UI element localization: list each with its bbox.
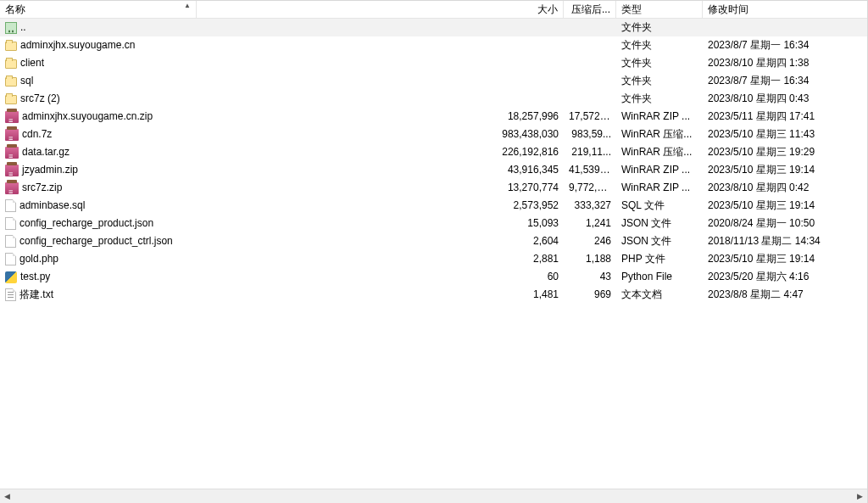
file-icon (5, 199, 16, 212)
cell-modified: 2023/8/10 星期四 1:38 (703, 54, 867, 72)
horizontal-scrollbar[interactable]: ◀ ▶ (0, 489, 867, 503)
file-row[interactable]: adminxjhx.suyougame.cn.zip18,257,99617,5… (0, 108, 867, 126)
file-row[interactable]: sql文件夹2023/8/7 星期一 16:34 (0, 72, 867, 90)
file-name-label: .. (20, 19, 26, 36)
cell-packed: 983,59... (564, 126, 616, 143)
cell-packed: 219,11... (564, 143, 616, 161)
cell-name: test.py (0, 268, 197, 286)
sort-indicator-icon: ▲ (184, 2, 191, 9)
file-name-label: adminxjhx.suyougame.cn.zip (22, 108, 153, 126)
file-rows-container: ..文件夹adminxjhx.suyougame.cn文件夹2023/8/7 星… (0, 19, 867, 489)
scroll-left-button[interactable]: ◀ (0, 489, 14, 503)
file-name-label: adminbase.sql (19, 197, 85, 215)
column-header-modified[interactable]: 修改时间 (703, 1, 867, 18)
cell-type: 文件夹 (616, 72, 703, 90)
file-row[interactable]: adminxjhx.suyougame.cn文件夹2023/8/7 星期一 16… (0, 36, 867, 54)
cell-modified: 2020/8/24 星期一 10:50 (703, 215, 867, 232)
file-icon (5, 253, 16, 265)
cell-packed: 333,327 (564, 197, 616, 215)
file-row[interactable]: config_recharge_product_ctrl.json2,60424… (0, 232, 867, 250)
cell-packed: 41,539,... (564, 161, 616, 179)
column-header-type-label: 类型 (621, 3, 642, 17)
file-name-label: src7z.zip (22, 179, 62, 197)
cell-type: WinRAR ZIP ... (616, 161, 703, 179)
file-name-label: sql (20, 72, 33, 90)
file-name-label: 搭建.txt (19, 286, 53, 304)
file-name-label: src7z (2) (20, 90, 60, 108)
cell-modified: 2023/8/10 星期四 0:43 (703, 90, 867, 108)
cell-name: config_recharge_product_ctrl.json (0, 232, 197, 250)
file-name-label: config_recharge_product.json (19, 215, 153, 232)
column-header-size[interactable]: 大小 (496, 1, 564, 18)
cell-type: JSON 文件 (616, 215, 703, 232)
cell-name: jzyadmin.zip (0, 161, 197, 179)
cell-name: 搭建.txt (0, 286, 197, 304)
cell-packed: 9,772,2... (564, 179, 616, 197)
cell-type: WinRAR ZIP ... (616, 179, 703, 197)
file-row[interactable]: config_recharge_product.json15,0931,241J… (0, 215, 867, 232)
cell-size: 226,192,816 (496, 143, 564, 161)
cell-modified: 2018/11/13 星期二 14:34 (703, 232, 867, 250)
cell-size: 18,257,996 (496, 108, 564, 126)
cell-type: SQL 文件 (616, 197, 703, 215)
column-header-name-label: 名称 (5, 3, 25, 17)
cell-modified: 2023/5/10 星期三 11:43 (703, 126, 867, 143)
cell-name: .. (0, 19, 197, 36)
archive-icon (5, 182, 19, 194)
file-row[interactable]: gold.php2,8811,188PHP 文件2023/5/10 星期三 19… (0, 250, 867, 268)
cell-modified: 2023/8/7 星期一 16:34 (703, 36, 867, 54)
cell-name: adminbase.sql (0, 197, 197, 215)
archive-icon (5, 147, 19, 159)
cell-name: data.tar.gz (0, 143, 197, 161)
folder-icon (5, 77, 17, 87)
scroll-track[interactable] (14, 489, 853, 503)
cell-size: 1,481 (496, 286, 564, 304)
file-row[interactable]: adminbase.sql2,573,952333,327SQL 文件2023/… (0, 197, 867, 215)
column-header-name[interactable]: 名称 ▲ (0, 1, 197, 18)
cell-modified: 2023/5/10 星期三 19:14 (703, 161, 867, 179)
file-row[interactable]: src7z (2)文件夹2023/8/10 星期四 0:43 (0, 90, 867, 108)
file-row[interactable]: ..文件夹 (0, 19, 867, 36)
file-name-label: test.py (20, 268, 50, 286)
cell-type: WinRAR ZIP ... (616, 108, 703, 126)
cell-name: client (0, 54, 197, 72)
cell-type: 文件夹 (616, 90, 703, 108)
cell-type: 文件夹 (616, 54, 703, 72)
cell-type: PHP 文件 (616, 250, 703, 268)
cell-modified: 2023/5/11 星期四 17:41 (703, 108, 867, 126)
cell-packed: 1,241 (564, 215, 616, 232)
column-header-packed[interactable]: 压缩后... (564, 1, 616, 18)
column-header-modified-label: 修改时间 (708, 3, 748, 17)
file-name-label: cdn.7z (22, 126, 52, 143)
cell-packed: 43 (564, 268, 616, 286)
column-header-size-label: 大小 (537, 3, 558, 17)
column-header-type[interactable]: 类型 (616, 1, 703, 18)
cell-size: 2,881 (496, 250, 564, 268)
cell-type: WinRAR 压缩... (616, 126, 703, 143)
file-icon (5, 235, 16, 248)
cell-packed: 246 (564, 232, 616, 250)
file-name-label: gold.php (19, 250, 58, 268)
cell-packed: 1,188 (564, 250, 616, 268)
cell-type: 文件夹 (616, 36, 703, 54)
text-file-icon (5, 288, 16, 301)
file-row[interactable]: jzyadmin.zip43,916,34541,539,...WinRAR Z… (0, 161, 867, 179)
file-row[interactable]: test.py6043Python File2023/5/20 星期六 4:16 (0, 268, 867, 286)
scroll-right-button[interactable]: ▶ (853, 489, 867, 503)
cell-name: gold.php (0, 250, 197, 268)
cell-modified: 2023/5/10 星期三 19:29 (703, 143, 867, 161)
cell-size: 2,604 (496, 232, 564, 250)
file-name-label: adminxjhx.suyougame.cn (20, 36, 135, 54)
file-row[interactable]: client文件夹2023/8/10 星期四 1:38 (0, 54, 867, 72)
cell-name: adminxjhx.suyougame.cn.zip (0, 108, 197, 126)
cell-size: 60 (496, 268, 564, 286)
file-name-label: client (20, 54, 44, 72)
file-row[interactable]: 搭建.txt1,481969文本文档2023/8/8 星期二 4:47 (0, 286, 867, 304)
file-row[interactable]: cdn.7z983,438,030983,59...WinRAR 压缩...20… (0, 126, 867, 143)
file-row[interactable]: src7z.zip13,270,7749,772,2...WinRAR ZIP … (0, 179, 867, 197)
cell-modified: 2023/5/10 星期三 19:14 (703, 197, 867, 215)
cell-type: JSON 文件 (616, 232, 703, 250)
archive-icon (5, 129, 19, 141)
cell-size: 2,573,952 (496, 197, 564, 215)
file-row[interactable]: data.tar.gz226,192,816219,11...WinRAR 压缩… (0, 143, 867, 161)
